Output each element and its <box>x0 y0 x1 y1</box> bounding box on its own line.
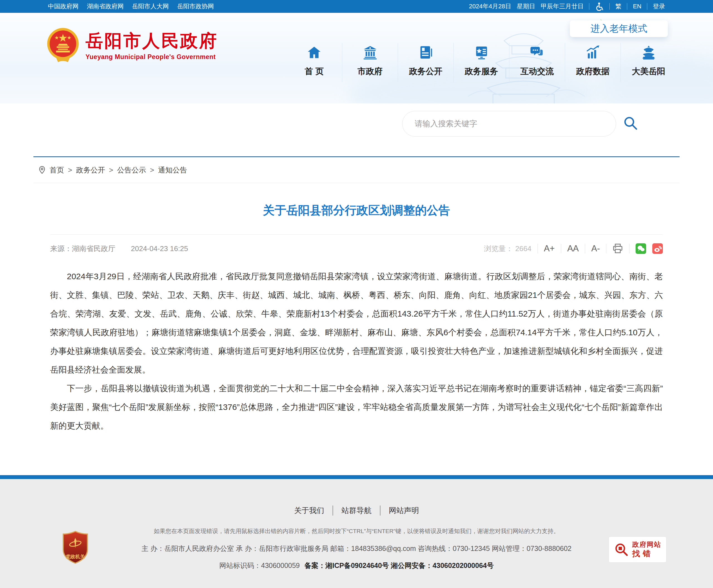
breadcrumb-home[interactable]: 首页 <box>49 165 72 175</box>
nav-label: 市政府 <box>358 66 383 77</box>
nav-item-gov-disclosure[interactable]: 政务公开 <box>398 43 453 82</box>
nav-item-city-government[interactable]: 市政府 <box>342 43 398 82</box>
website-error-report-badge[interactable]: 政府网站 找错 <box>609 537 667 563</box>
current-weekday: 星期日 <box>517 2 535 10</box>
site-subtitle: Yueyang Municipal People's Government <box>86 53 218 61</box>
open-document-icon <box>418 45 433 60</box>
search-input[interactable] <box>402 111 616 136</box>
registration-info: 网站标识码：4306000059 备案：湘ICP备09024640号 湘公网安备… <box>0 561 713 570</box>
chat-bubbles-icon <box>530 45 544 60</box>
party-badge-label: 党政机关 <box>66 554 85 559</box>
primary-navigation: 首 页 市政府 政务公开 <box>286 43 676 82</box>
elder-mode-button[interactable]: 进入老年模式 <box>570 20 668 37</box>
publish-time: 2024-04-23 16:25 <box>131 245 188 253</box>
top-utility-bar: 中国政府网 湖南省政府网 岳阳市人大网 岳阳市政协网 2024年4月28日 星期… <box>0 0 713 13</box>
main-content: 首页 政务公开 公告公示 通知公告 关于岳阳县部分行政区划调整的公告 来源：湖南… <box>34 156 679 475</box>
topbar-right: 2024年4月28日 星期日 甲辰年三月廿日 繁 EN 登录 <box>469 2 665 11</box>
footer: 关于我们 站群导航 网站声明 如果您在本页面发现错误，请先用鼠标选择出错的内容片… <box>0 479 713 588</box>
divider <box>606 244 606 253</box>
divider <box>538 244 538 253</box>
breadcrumb: 首页 政务公开 公告公示 通知公告 <box>34 157 679 183</box>
star-board-icon <box>474 45 489 60</box>
location-pin-icon <box>39 166 46 174</box>
accessibility-icon[interactable] <box>595 2 604 11</box>
divider <box>629 244 629 253</box>
views-label: 浏览量： <box>484 244 513 254</box>
breadcrumb-notices[interactable]: 通知公告 <box>158 165 187 175</box>
article-paragraph: 下一步，岳阳县将以撤镇设街道为机遇，全面贯彻党的二十大和二十届二中全会精神，深入… <box>50 379 663 435</box>
wechat-icon <box>635 243 646 254</box>
nav-label: 互动交流 <box>521 66 554 77</box>
site-title-block: 岳阳市人民政府 Yueyang Municipal People's Gover… <box>86 31 218 61</box>
nav-item-gov-data[interactable]: 政府数据 <box>565 43 621 82</box>
font-larger-button[interactable]: A+ <box>544 244 555 254</box>
site-title: 岳阳市人民政府 <box>86 31 218 51</box>
divider <box>609 3 610 10</box>
government-building-icon <box>363 45 377 60</box>
nav-item-home[interactable]: 首 页 <box>286 43 342 82</box>
share-weibo-button[interactable] <box>652 243 663 254</box>
nav-label: 首 页 <box>305 66 324 77</box>
article-title: 关于岳阳县部分行政区划调整的公告 <box>50 203 663 218</box>
font-smaller-button[interactable]: A- <box>591 244 600 254</box>
organizer-info: 主 办：岳阳市人民政府办公室 承 办：岳阳市行政审批服务局 邮箱：1848353… <box>0 544 713 553</box>
search-icon <box>623 115 639 131</box>
login-button[interactable]: 登录 <box>653 2 665 10</box>
share-wechat-button[interactable] <box>635 243 646 254</box>
divider <box>589 3 589 10</box>
party-government-badge[interactable]: 党政机关 <box>62 531 89 565</box>
link-china-gov[interactable]: 中国政府网 <box>48 2 79 10</box>
traditional-chinese-toggle[interactable]: 繁 <box>615 2 621 10</box>
nav-item-beautiful-yueyang[interactable]: 大美岳阳 <box>621 43 676 82</box>
current-date: 2024年4月28日 <box>469 2 511 10</box>
error-badge-line1: 政府网站 <box>632 541 661 548</box>
error-report-tip: 如果您在本页面发现错误，请先用鼠标选择出错的内容片断，然后同时按下“CTRL”与… <box>0 527 713 535</box>
divider <box>647 3 647 10</box>
lunar-date: 甲辰年三月廿日 <box>541 2 583 10</box>
nav-label: 政府数据 <box>576 66 610 77</box>
nav-label: 政务服务 <box>465 66 498 77</box>
footer-accent-bar <box>0 475 713 479</box>
article-meta: 来源：湖南省民政厅 2024-04-23 16:25 浏览量： 2664 A+ … <box>50 235 663 262</box>
link-hunan-gov[interactable]: 湖南省政府网 <box>87 2 124 10</box>
print-button[interactable] <box>612 243 623 254</box>
bar-chart-icon <box>586 45 600 60</box>
error-badge-text: 政府网站 找错 <box>632 541 661 558</box>
government-site-links: 中国政府网 湖南省政府网 岳阳市人大网 岳阳市政协网 <box>48 2 214 10</box>
error-finder-magnifier-icon <box>614 542 629 557</box>
pagoda-icon <box>642 45 656 60</box>
error-badge-line2: 找错 <box>632 549 661 558</box>
home-icon <box>307 45 321 60</box>
link-yueyang-cppcc[interactable]: 岳阳市政协网 <box>177 2 214 10</box>
nav-item-gov-services[interactable]: 政务服务 <box>453 43 509 82</box>
printer-icon <box>612 243 623 254</box>
nav-item-interaction[interactable]: 互动交流 <box>509 43 565 82</box>
divider <box>561 244 561 253</box>
divider <box>627 3 627 10</box>
article-paragraph: 2024年3月29日，经湖南省人民政府批准，省民政厅批复同意撤销岳阳县荣家湾镇，… <box>50 267 663 379</box>
english-toggle[interactable]: EN <box>633 3 642 10</box>
nav-label: 大美岳阳 <box>632 66 665 77</box>
article-body: 2024年3月29日，经湖南省人民政府批准，省民政厅批复同意撤销岳阳县荣家湾镇，… <box>50 267 663 435</box>
article: 关于岳阳县部分行政区划调整的公告 来源：湖南省民政厅 2024-04-23 16… <box>34 203 679 435</box>
weibo-icon <box>652 243 663 254</box>
search-section <box>0 103 713 156</box>
views-count: 2664 <box>515 245 532 253</box>
site-id: 网站标识码：4306000059 <box>219 562 300 569</box>
breadcrumb-announcements[interactable]: 公告公示 <box>117 165 154 175</box>
breadcrumb-gov-disclosure[interactable]: 政务公开 <box>76 165 113 175</box>
font-default-button[interactable]: AA <box>567 244 579 254</box>
article-source: 来源：湖南省民政厅 <box>50 244 115 254</box>
footer-links: 关于我们 站群导航 网站声明 <box>0 479 713 516</box>
search-button[interactable] <box>623 115 639 132</box>
article-tools: 浏览量： 2664 A+ AA A- <box>484 243 663 254</box>
national-emblem-icon <box>46 27 80 64</box>
nav-label: 政务公开 <box>409 66 442 77</box>
footer-link-about[interactable]: 关于我们 <box>286 505 332 516</box>
footer-link-site-map[interactable]: 站群导航 <box>332 505 380 516</box>
footer-link-statement[interactable]: 网站声明 <box>380 505 427 516</box>
link-yueyang-npc[interactable]: 岳阳市人大网 <box>132 2 169 10</box>
site-logo[interactable]: 岳阳市人民政府 Yueyang Municipal People's Gover… <box>46 27 218 64</box>
icp-number: 备案：湘ICP备09024640号 湘公网安备：43060202000064号 <box>304 562 494 569</box>
